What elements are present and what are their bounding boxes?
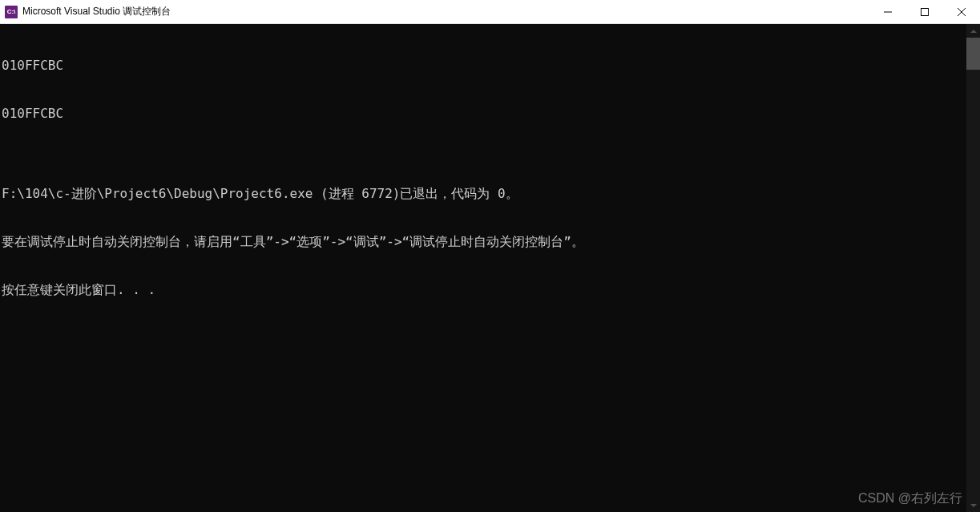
minimize-button[interactable] — [869, 0, 906, 23]
scroll-thumb[interactable] — [966, 38, 980, 70]
console-line: 010FFCBC — [2, 58, 966, 74]
app-icon: C:\ — [5, 6, 18, 18]
app-icon-text: C:\ — [7, 8, 16, 15]
console-content[interactable]: 010FFCBC 010FFCBC F:\104\c-进阶\Project6\D… — [0, 24, 966, 512]
maximize-icon — [921, 8, 929, 16]
console-line: 要在调试停止时自动关闭控制台，请启用“工具”->“选项”->“调试”->“调试停… — [2, 234, 966, 250]
console-line: 010FFCBC — [2, 106, 966, 122]
close-icon — [958, 8, 966, 16]
minimize-icon — [884, 8, 892, 16]
scroll-up-button[interactable] — [966, 24, 980, 38]
console-line: 按任意键关闭此窗口. . . — [2, 282, 966, 298]
titlebar: C:\ Microsoft Visual Studio 调试控制台 — [0, 0, 980, 24]
svg-rect-1 — [922, 8, 929, 15]
window-title: Microsoft Visual Studio 调试控制台 — [22, 5, 869, 18]
chevron-up-icon — [970, 30, 977, 33]
chevron-down-icon — [970, 504, 977, 507]
window-controls — [869, 0, 980, 23]
console-line: F:\104\c-进阶\Project6\Debug\Project6.exe … — [2, 186, 966, 202]
console-area: 010FFCBC 010FFCBC F:\104\c-进阶\Project6\D… — [0, 24, 980, 512]
maximize-button[interactable] — [906, 0, 943, 23]
vertical-scrollbar[interactable] — [966, 24, 980, 512]
scroll-down-button[interactable] — [966, 498, 980, 512]
close-button[interactable] — [943, 0, 980, 23]
